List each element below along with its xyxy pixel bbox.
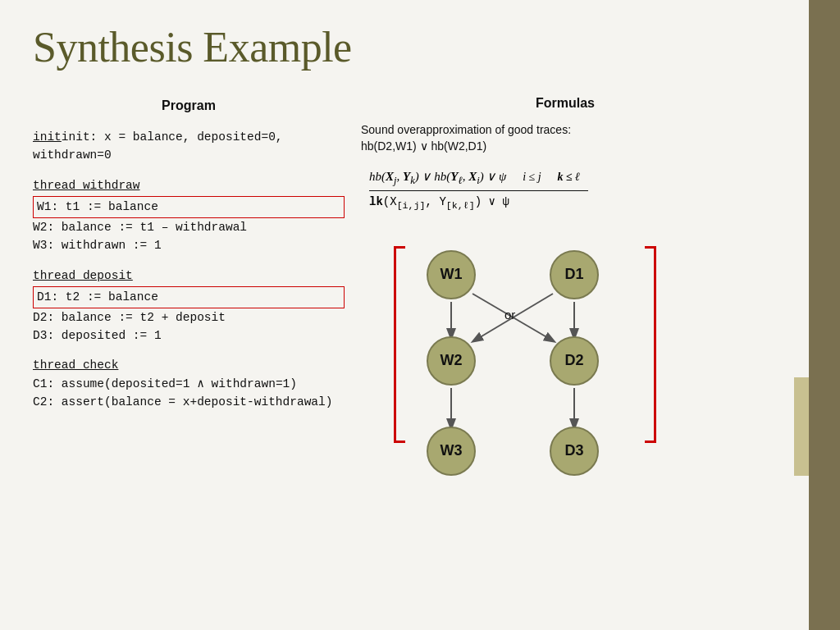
thread-withdraw-label: thread withdraw xyxy=(33,176,345,194)
W1-box: W1: t1 := balance xyxy=(33,196,345,217)
sidebar-decoration-light xyxy=(794,377,809,476)
thread-withdraw-text: thread withdraw xyxy=(33,179,140,192)
program-header: Program xyxy=(33,96,345,116)
C1-line: C1: assume(deposited=1 ∧ withdrawn=1) xyxy=(33,375,345,393)
formulas-header: Formulas xyxy=(361,96,769,111)
bracket-right xyxy=(645,246,656,443)
sidebar-decoration xyxy=(809,0,840,630)
two-column-layout: Program initinit: x = balance, deposited… xyxy=(33,96,769,476)
fraction-numerator: hb(Xj, Yk) ∨ hb(Yℓ, Xi) ∨ ψ i ≤ j k ≤ ℓ xyxy=(369,169,588,191)
bracket-left xyxy=(394,246,405,443)
approx-label: Sound overapproximation of good traces: xyxy=(361,122,769,139)
approx-formula: hb(D2,W1) ∨ hb(W2,D1) xyxy=(361,139,769,155)
graph-diagram: W1 D1 W2 D2 W3 D3 or xyxy=(386,230,664,476)
approx-text-block: Sound overapproximation of good traces: … xyxy=(361,122,769,154)
thread-check-text: thread check xyxy=(33,358,118,372)
C2-line: C2: assert(balance = x+deposit-withdrawa… xyxy=(33,393,345,411)
D1-box: D1: t2 := balance xyxy=(33,286,345,308)
thread-deposit-block: thread deposit D1: t2 := balance D2: bal… xyxy=(33,267,345,345)
fraction-denominator: lk(X[i,j], Y[k,ℓ]) ∨ ψ xyxy=(369,191,588,212)
init-keyword: init xyxy=(33,130,62,144)
init-block: initinit: x = balance, deposited=0, with… xyxy=(33,128,345,165)
init-line2: withdrawn=0 xyxy=(33,146,345,164)
init-text1: init: x = balance, deposited=0, xyxy=(62,130,283,144)
thread-withdraw-block: thread withdraw W1: t1 := balance W2: ba… xyxy=(33,176,345,255)
or-label: or xyxy=(504,308,515,322)
D1-line: D1: t2 := balance xyxy=(37,288,340,306)
D3-line: D3: deposited := 1 xyxy=(33,326,345,345)
node-W2: W2 xyxy=(427,336,476,386)
node-W3: W3 xyxy=(427,427,476,476)
formulas-column: Formulas Sound overapproximation of good… xyxy=(361,96,769,476)
thread-deposit-text: thread deposit xyxy=(33,269,133,282)
W1-line: W1: t1 := balance xyxy=(37,198,340,216)
thread-check-block: thread check C1: assume(deposited=1 ∧ wi… xyxy=(33,356,345,411)
thread-deposit-label: thread deposit xyxy=(33,267,345,285)
page-title: Synthesis Example xyxy=(33,23,769,71)
D2-line: D2: balance := t2 + deposit xyxy=(33,308,345,326)
W2-line: W2: balance := t1 – withdrawal xyxy=(33,218,345,236)
init-line1: initinit: x = balance, deposited=0, xyxy=(33,128,345,146)
thread-check-label: thread check xyxy=(33,356,345,374)
node-W1: W1 xyxy=(427,250,476,299)
math-formula-block: hb(Xj, Yk) ∨ hb(Yℓ, Xi) ∨ ψ i ≤ j k ≤ ℓ … xyxy=(361,169,769,212)
node-D1: D1 xyxy=(550,250,599,299)
node-D3: D3 xyxy=(550,427,599,476)
W3-line: W3: withdrawn := 1 xyxy=(33,236,345,254)
main-content: Synthesis Example Program initinit: x = … xyxy=(0,0,794,630)
node-D2: D2 xyxy=(550,336,599,386)
program-column: Program initinit: x = balance, deposited… xyxy=(33,96,345,476)
